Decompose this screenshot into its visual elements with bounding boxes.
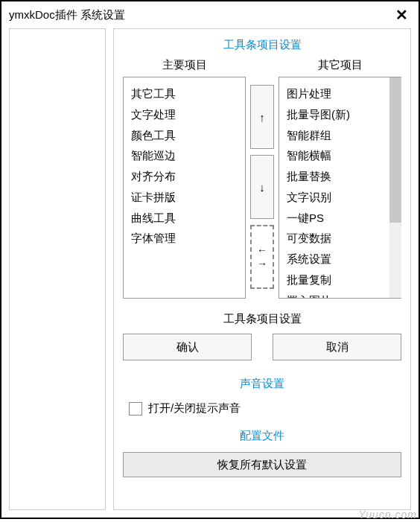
list-item[interactable]: 字体管理: [131, 228, 238, 249]
other-items-label: 其它项目: [279, 58, 401, 72]
list-item[interactable]: 批量导图(新): [287, 104, 386, 125]
window-title: ymxkDoc插件 系统设置: [9, 8, 125, 22]
lists-row: 主要项目 其它工具 文字处理 颜色工具 智能巡边 对齐分布 证卡拼版 曲线工具 …: [123, 58, 401, 299]
left-panel: [9, 28, 106, 510]
list-item[interactable]: 智能巡边: [131, 145, 238, 166]
list-item[interactable]: 文字处理: [131, 104, 238, 125]
other-items-listbox[interactable]: 图片处理 批量导图(新) 智能群组 智能横幅 批量替换 文字识别 一键PS 可变…: [279, 77, 401, 299]
toolbar-section-title: 工具条项目设置: [123, 38, 401, 52]
close-button[interactable]: ✕: [392, 6, 411, 24]
main-items-label: 主要项目: [123, 58, 246, 72]
list-item[interactable]: 颜色工具: [131, 125, 238, 146]
list-item[interactable]: 系统设置: [287, 249, 386, 270]
list-item[interactable]: 文字识别: [287, 187, 386, 208]
arrow-left-icon: ←: [257, 244, 267, 256]
list-item[interactable]: 智能横幅: [287, 145, 386, 166]
move-left-right-button[interactable]: ← →: [250, 225, 274, 289]
other-items-column: 其它项目 图片处理 批量导图(新) 智能群组 智能横幅 批量替换 文字识别 一键…: [279, 58, 401, 299]
list-item[interactable]: 智能群组: [287, 125, 386, 146]
titlebar: ymxkDoc插件 系统设置 ✕: [1, 1, 419, 28]
scrollbar-thumb[interactable]: [389, 77, 401, 223]
reorder-buttons: ↑ ↓ ← →: [250, 58, 274, 299]
main-items-column: 主要项目 其它工具 文字处理 颜色工具 智能巡边 对齐分布 证卡拼版 曲线工具 …: [123, 58, 246, 299]
list-item[interactable]: 批量替换: [287, 166, 386, 187]
right-panel: 工具条项目设置 主要项目 其它工具 文字处理 颜色工具 智能巡边 对齐分布 证卡…: [113, 28, 411, 510]
list-item[interactable]: 可变数据: [287, 228, 386, 249]
list-item[interactable]: 批量复制: [287, 270, 386, 290]
list-item[interactable]: 其它工具: [131, 83, 238, 104]
main-items-listbox[interactable]: 其它工具 文字处理 颜色工具 智能巡边 对齐分布 证卡拼版 曲线工具 字体管理: [123, 77, 246, 299]
list-item[interactable]: 图片处理: [287, 83, 386, 104]
scrollbar[interactable]: [389, 77, 401, 298]
list-item[interactable]: 一键PS: [287, 208, 386, 229]
confirm-button[interactable]: 确认: [123, 334, 252, 360]
cancel-button[interactable]: 取消: [273, 334, 401, 360]
sound-section-title: 声音设置: [123, 377, 401, 391]
sound-toggle-label: 打开/关闭提示声音: [148, 401, 241, 416]
list-item[interactable]: 证卡拼版: [131, 187, 238, 208]
arrow-right-icon: →: [257, 258, 267, 270]
list-item[interactable]: 对齐分布: [131, 166, 238, 187]
list-item[interactable]: 置入图片: [287, 290, 386, 299]
sound-toggle-checkbox[interactable]: [129, 402, 142, 416]
settings-window: ymxkDoc插件 系统设置 ✕ 工具条项目设置 主要项目 其它工具 文字处理 …: [0, 0, 420, 519]
toolbar-settings-label: 工具条项目设置: [123, 312, 401, 326]
move-down-button[interactable]: ↓: [250, 155, 274, 219]
list-item[interactable]: 曲线工具: [131, 208, 238, 229]
restore-defaults-button[interactable]: 恢复所有默认设置: [123, 452, 401, 477]
confirm-cancel-row: 确认 取消: [123, 334, 401, 360]
config-section-title: 配置文件: [123, 429, 401, 443]
other-items-wrap: 图片处理 批量导图(新) 智能群组 智能横幅 批量替换 文字识别 一键PS 可变…: [279, 77, 401, 299]
content-area: 工具条项目设置 主要项目 其它工具 文字处理 颜色工具 智能巡边 对齐分布 证卡…: [1, 28, 419, 518]
move-up-button[interactable]: ↑: [250, 85, 274, 149]
sound-toggle-row: 打开/关闭提示声音: [129, 401, 401, 416]
